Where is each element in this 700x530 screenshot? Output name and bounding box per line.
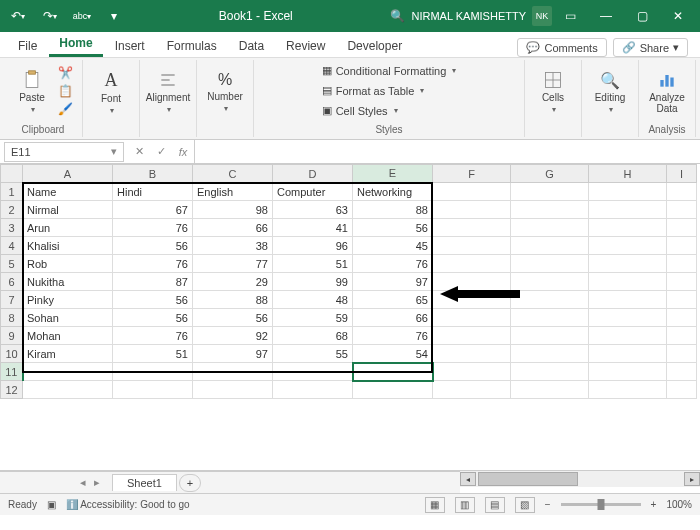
row-header-7[interactable]: 7 xyxy=(1,291,23,309)
cell-I11[interactable] xyxy=(667,363,697,381)
cell-H1[interactable] xyxy=(589,183,667,201)
cell-H5[interactable] xyxy=(589,255,667,273)
maximize-button[interactable]: ▢ xyxy=(624,2,660,30)
cell-B4[interactable]: 56 xyxy=(113,237,193,255)
cell-E5[interactable]: 76 xyxy=(353,255,433,273)
zoom-in-button[interactable]: + xyxy=(651,499,657,510)
number-button[interactable]: % Number xyxy=(203,63,247,121)
display-settings-button[interactable]: ▦ xyxy=(425,497,445,513)
cell-E11[interactable] xyxy=(353,363,433,381)
cell-D11[interactable] xyxy=(273,363,353,381)
format-painter-button[interactable]: 🖌️ xyxy=(58,102,76,118)
col-header-B[interactable]: B xyxy=(113,165,193,183)
cell-B9[interactable]: 76 xyxy=(113,327,193,345)
copy-button[interactable]: 📋 xyxy=(58,84,76,100)
cell-C5[interactable]: 77 xyxy=(193,255,273,273)
zoom-out-button[interactable]: − xyxy=(545,499,551,510)
analyze-data-button[interactable]: Analyze Data xyxy=(645,63,689,121)
paste-button[interactable]: Paste xyxy=(10,63,54,121)
accessibility-status[interactable]: ℹ️ Accessibility: Good to go xyxy=(66,499,190,510)
macro-record-icon[interactable]: ▣ xyxy=(47,499,56,510)
row-header-1[interactable]: 1 xyxy=(1,183,23,201)
cell-C12[interactable] xyxy=(193,381,273,399)
cell-C4[interactable]: 38 xyxy=(193,237,273,255)
cell-D5[interactable]: 51 xyxy=(273,255,353,273)
cell-A2[interactable]: Nirmal xyxy=(23,201,113,219)
alignment-button[interactable]: Alignment xyxy=(146,63,190,121)
cell-E10[interactable]: 54 xyxy=(353,345,433,363)
cell-F10[interactable] xyxy=(433,345,511,363)
cell-D2[interactable]: 63 xyxy=(273,201,353,219)
cell-A1[interactable]: Name xyxy=(23,183,113,201)
tab-insert[interactable]: Insert xyxy=(105,35,155,57)
cell-H7[interactable] xyxy=(589,291,667,309)
cell-H11[interactable] xyxy=(589,363,667,381)
col-header-I[interactable]: I xyxy=(667,165,697,183)
zoom-slider[interactable] xyxy=(561,503,641,506)
tab-home[interactable]: Home xyxy=(49,32,102,57)
row-header-9[interactable]: 9 xyxy=(1,327,23,345)
worksheet[interactable]: ABCDEFGHI1NameHindiEnglishComputerNetwor… xyxy=(0,164,700,470)
cell-E2[interactable]: 88 xyxy=(353,201,433,219)
cell-F8[interactable] xyxy=(433,309,511,327)
cell-D12[interactable] xyxy=(273,381,353,399)
cell-B1[interactable]: Hindi xyxy=(113,183,193,201)
cell-C1[interactable]: English xyxy=(193,183,273,201)
format-as-table-button[interactable]: ▤ Format as Table xyxy=(318,82,429,99)
cell-A5[interactable]: Rob xyxy=(23,255,113,273)
cell-I7[interactable] xyxy=(667,291,697,309)
share-button[interactable]: 🔗 Share ▾ xyxy=(613,38,688,57)
cell-E3[interactable]: 56 xyxy=(353,219,433,237)
row-header-8[interactable]: 8 xyxy=(1,309,23,327)
cell-A7[interactable]: Pinky xyxy=(23,291,113,309)
ribbon-mode-button[interactable]: ▭ xyxy=(552,2,588,30)
cell-G2[interactable] xyxy=(511,201,589,219)
comments-button[interactable]: 💬 Comments xyxy=(517,38,606,57)
cell-I12[interactable] xyxy=(667,381,697,399)
cell-B12[interactable] xyxy=(113,381,193,399)
cell-G6[interactable] xyxy=(511,273,589,291)
cell-B3[interactable]: 76 xyxy=(113,219,193,237)
cell-G12[interactable] xyxy=(511,381,589,399)
cell-C7[interactable]: 88 xyxy=(193,291,273,309)
cell-H8[interactable] xyxy=(589,309,667,327)
cell-A10[interactable]: Kiram xyxy=(23,345,113,363)
cell-G4[interactable] xyxy=(511,237,589,255)
cell-E1[interactable]: Networking xyxy=(353,183,433,201)
name-box[interactable]: E11▾ xyxy=(4,142,124,162)
cell-H4[interactable] xyxy=(589,237,667,255)
editing-button[interactable]: 🔍 Editing xyxy=(588,63,632,121)
cell-I9[interactable] xyxy=(667,327,697,345)
col-header-D[interactable]: D xyxy=(273,165,353,183)
redo-button[interactable]: ↷▾ xyxy=(36,4,64,28)
row-header-2[interactable]: 2 xyxy=(1,201,23,219)
tab-data[interactable]: Data xyxy=(229,35,274,57)
cell-I4[interactable] xyxy=(667,237,697,255)
cell-D6[interactable]: 99 xyxy=(273,273,353,291)
formula-input[interactable] xyxy=(194,140,700,163)
cell-H12[interactable] xyxy=(589,381,667,399)
cell-H9[interactable] xyxy=(589,327,667,345)
cell-C8[interactable]: 56 xyxy=(193,309,273,327)
cell-C2[interactable]: 98 xyxy=(193,201,273,219)
cell-E7[interactable]: 65 xyxy=(353,291,433,309)
row-header-3[interactable]: 3 xyxy=(1,219,23,237)
cell-B11[interactable] xyxy=(113,363,193,381)
tab-formulas[interactable]: Formulas xyxy=(157,35,227,57)
cell-styles-button[interactable]: ▣ Cell Styles xyxy=(318,102,402,119)
cell-B2[interactable]: 67 xyxy=(113,201,193,219)
col-header-G[interactable]: G xyxy=(511,165,589,183)
cell-G11[interactable] xyxy=(511,363,589,381)
cell-H3[interactable] xyxy=(589,219,667,237)
cell-H6[interactable] xyxy=(589,273,667,291)
tab-file[interactable]: File xyxy=(8,35,47,57)
select-all-cell[interactable] xyxy=(1,165,23,183)
row-header-12[interactable]: 12 xyxy=(1,381,23,399)
qat-dropdown[interactable]: ▾ xyxy=(100,4,128,28)
cell-A4[interactable]: Khalisi xyxy=(23,237,113,255)
cell-G9[interactable] xyxy=(511,327,589,345)
cut-button[interactable]: ✂️ xyxy=(58,66,76,82)
search-button[interactable]: 🔍 xyxy=(384,4,412,28)
cell-G5[interactable] xyxy=(511,255,589,273)
cell-D10[interactable]: 55 xyxy=(273,345,353,363)
